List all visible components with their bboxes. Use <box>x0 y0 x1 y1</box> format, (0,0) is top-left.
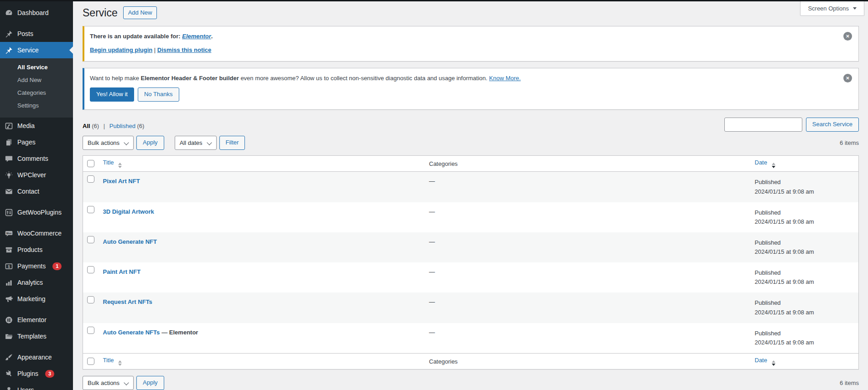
table-row: Auto Generate NFTs— Elementor — Publishe… <box>83 323 859 354</box>
archive-box-icon <box>4 245 13 254</box>
sidebar-item-label: WooCommerce <box>17 229 62 237</box>
sidebar-item-dashboard[interactable]: Dashboard <box>0 5 73 21</box>
optin-highlight: Elementor Header & Footer builder <box>141 75 239 82</box>
add-new-button[interactable]: Add New <box>123 6 157 19</box>
post-title-link[interactable]: Paint Art NFT <box>103 268 141 275</box>
begin-updating-link[interactable]: Begin updating plugin <box>90 46 152 53</box>
no-thanks-button[interactable]: No Thanks <box>138 87 179 102</box>
dismiss-notice-link[interactable]: Dismiss this notice <box>157 46 211 53</box>
sidebar-item-wpclever[interactable]: WPClever <box>0 167 73 183</box>
sidebar-item-contact[interactable]: Contact <box>0 183 73 200</box>
know-more-link[interactable]: Know More. <box>489 75 520 82</box>
woo-badge-icon: Woo <box>4 229 13 238</box>
apply-button[interactable]: Apply <box>136 136 164 150</box>
sidebar-item-templates[interactable]: Templates <box>0 328 73 344</box>
post-title-link[interactable]: Auto Generate NFT <box>103 238 157 245</box>
service-submenu: All Service Add New Categories Settings <box>0 58 73 118</box>
search-service-button[interactable]: Search Service <box>806 118 859 132</box>
select-all-checkbox[interactable] <box>87 160 94 167</box>
megaphone-icon <box>4 294 13 303</box>
post-title-link[interactable]: Pixel Art NFT <box>103 178 140 185</box>
row-checkbox[interactable] <box>87 266 94 273</box>
folder-icon <box>4 332 13 341</box>
row-checkbox[interactable] <box>87 206 94 213</box>
sidebar-item-label: Templates <box>17 332 47 340</box>
sidebar-item-payments[interactable]: $ Payments 1 <box>0 258 73 274</box>
sidebar-item-label: Analytics <box>17 278 43 287</box>
sidebar-item-appearance[interactable]: Appearance <box>0 349 73 365</box>
sidebar-item-pages[interactable]: Pages <box>0 134 73 150</box>
sort-arrows-icon <box>772 360 775 366</box>
sidebar-item-service[interactable]: Service <box>0 42 73 58</box>
categories-cell: — <box>425 323 750 354</box>
envelope-icon <box>4 187 13 196</box>
filter-button[interactable]: Filter <box>219 136 245 150</box>
allow-button[interactable]: Yes! Allow it <box>90 87 134 102</box>
chevron-down-icon <box>853 7 857 10</box>
column-footer-date[interactable]: Date <box>750 354 859 369</box>
dismiss-circle-icon[interactable]: ✕ <box>843 74 852 82</box>
import-export-icon <box>4 208 13 217</box>
screen-options-label: Screen Options <box>808 5 849 12</box>
submenu-item-categories[interactable]: Categories <box>0 87 73 99</box>
sidebar-item-comments[interactable]: Comments <box>0 150 73 167</box>
sidebar-item-posts[interactable]: Posts <box>0 26 73 42</box>
sidebar-item-label: Appearance <box>17 353 52 361</box>
row-checkbox[interactable] <box>87 327 94 334</box>
filter-all-link[interactable]: All <box>83 123 90 129</box>
dismiss-circle-icon[interactable]: ✕ <box>843 32 852 41</box>
sidebar-item-label: Media <box>17 122 35 130</box>
filter-all-count: (6) <box>92 123 99 129</box>
bulk-actions-select-bottom[interactable]: Bulk actions <box>83 376 134 390</box>
bulk-actions-select[interactable]: Bulk actions <box>83 136 134 150</box>
column-footer-title[interactable]: Title <box>99 354 425 369</box>
categories-cell: — <box>425 172 750 202</box>
sidebar-item-marketing[interactable]: Marketing <box>0 291 73 307</box>
submenu-item-add-new[interactable]: Add New <box>0 74 73 87</box>
submenu-item-all-service[interactable]: All Service <box>0 61 73 74</box>
select-all-checkbox[interactable] <box>87 358 94 365</box>
date-cell: Published2024/01/15 at 9:08 am <box>750 262 859 292</box>
sidebar-item-label: Elementor <box>17 316 47 324</box>
row-checkbox[interactable] <box>87 296 94 303</box>
sidebar-item-analytics[interactable]: Analytics <box>0 274 73 291</box>
top-divider <box>0 0 868 1</box>
sidebar-item-users[interactable]: Users <box>0 382 73 390</box>
column-header-date[interactable]: Date <box>750 156 859 172</box>
submenu-item-settings[interactable]: Settings <box>0 99 73 112</box>
sidebar-item-label: Users <box>17 386 34 390</box>
elementor-plugin-link[interactable]: Elementor <box>182 33 211 40</box>
table-row: Pixel Art NFT — Published2024/01/15 at 9… <box>83 172 859 202</box>
sidebar-item-plugins[interactable]: Plugins 3 <box>0 365 73 382</box>
sidebar-item-label: Plugins <box>17 369 38 378</box>
items-count-bottom: 6 items <box>840 380 859 386</box>
row-checkbox[interactable] <box>87 175 94 183</box>
menu-separator <box>0 344 73 349</box>
optin-text-prefix: Want to help make <box>90 75 141 82</box>
sidebar-item-products[interactable]: Products <box>0 241 73 258</box>
search-input[interactable] <box>724 118 802 132</box>
sidebar-item-media[interactable]: Media <box>0 118 73 134</box>
elementor-icon <box>4 315 13 324</box>
plugins-count-badge: 3 <box>45 370 54 378</box>
date-filter-select[interactable]: All dates <box>175 136 217 150</box>
row-checkbox[interactable] <box>87 236 94 243</box>
apply-button-bottom[interactable]: Apply <box>136 376 164 390</box>
brush-icon <box>4 353 13 362</box>
sidebar-item-woocommerce[interactable]: Woo WooCommerce <box>0 225 73 241</box>
post-title-link[interactable]: Request Art NFTs <box>103 298 152 305</box>
sidebar-item-elementor[interactable]: Elementor <box>0 312 73 328</box>
post-title-link[interactable]: 3D Digital Artwork <box>103 208 154 215</box>
sidebar-item-getwooplugins[interactable]: GetWooPlugins <box>0 204 73 221</box>
column-header-title[interactable]: Title <box>99 156 425 172</box>
dollar-icon: $ <box>4 262 13 271</box>
filter-published-link[interactable]: Published <box>109 123 135 129</box>
sort-arrows-icon <box>118 360 122 366</box>
screen-options-button[interactable]: Screen Options <box>800 1 864 16</box>
plug-icon <box>4 369 13 378</box>
date-cell: Published2024/01/15 at 9:08 am <box>750 323 859 354</box>
date-cell: Published2024/01/15 at 9:08 am <box>750 292 859 323</box>
menu-separator <box>0 21 73 26</box>
post-title-link[interactable]: Auto Generate NFTs <box>103 329 160 336</box>
date-cell: Published2024/01/15 at 9:08 am <box>750 202 859 232</box>
